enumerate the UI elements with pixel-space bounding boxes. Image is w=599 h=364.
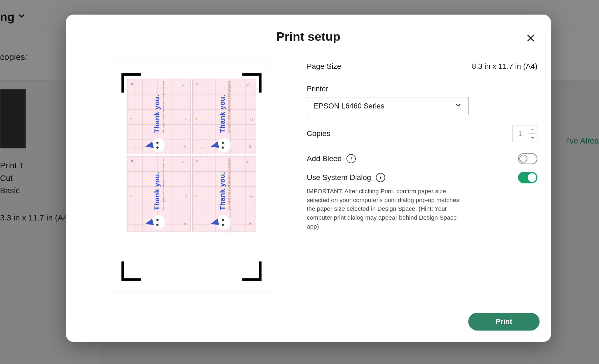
- print-button[interactable]: Print: [468, 313, 540, 331]
- close-icon: [526, 33, 536, 43]
- ghost-icon: [217, 138, 231, 152]
- caret-down-icon: [531, 137, 534, 139]
- card-headline: Thank you.: [153, 81, 161, 133]
- card-headline: Thank you.: [218, 81, 227, 133]
- bg-copies-label: copies:: [0, 52, 27, 62]
- preview-card: ✕◇○✕✦◇ Thank you. Your support of our sm…: [192, 79, 256, 154]
- use-system-dialog-toggle[interactable]: [518, 172, 537, 183]
- card-subline: Your support of our small business is tr…: [162, 158, 165, 210]
- preview-card: ✕◇○✕✦◇ Thank you. Your support of our sm…: [127, 79, 191, 154]
- ghost-icon: [217, 215, 231, 230]
- printer-selected-value: EPSON L6460 Series: [314, 102, 384, 110]
- preview-column: ✕◇○✕✦◇ Thank you. Your support of our sm…: [79, 55, 304, 313]
- print-preview-page: ✕◇○✕✦◇ Thank you. Your support of our sm…: [111, 63, 272, 291]
- card-subline: Your support of our small business is tr…: [228, 158, 230, 210]
- card-subline: Your support of our small business is tr…: [228, 81, 230, 133]
- copies-step-down[interactable]: [528, 134, 537, 142]
- preview-card: ✕◇○✕✦◇ Thank you. Your support of our sm…: [192, 156, 256, 232]
- copies-label: Copies: [307, 129, 330, 138]
- system-dialog-warning: IMPORTANT: After clicking Print, confirm…: [307, 187, 469, 231]
- chevron-down-icon: [455, 102, 462, 111]
- bg-topbar-title: ng: [0, 10, 15, 24]
- printer-select[interactable]: EPSON L6460 Series: [307, 97, 469, 115]
- crop-mark-bottom-left: [121, 261, 142, 281]
- copies-stepper[interactable]: 1: [512, 125, 537, 142]
- info-icon[interactable]: i: [346, 154, 356, 163]
- bg-mat-thumbnail: [0, 89, 26, 148]
- preview-cards-grid: ✕◇○✕✦◇ Thank you. Your support of our sm…: [127, 79, 256, 232]
- ghost-icon: [152, 215, 166, 230]
- crop-mark-bottom-right: [241, 261, 262, 281]
- add-bleed-toggle[interactable]: [518, 153, 537, 164]
- card-headline: Thank you.: [153, 158, 161, 210]
- copies-step-up[interactable]: [528, 125, 537, 134]
- ghost-icon: [152, 138, 166, 152]
- page-size-label: Page Size: [307, 62, 341, 71]
- card-headline: Thank you.: [218, 158, 227, 210]
- preview-card: ✕◇○✕✦◇ Thank you. Your support of our sm…: [127, 156, 191, 232]
- modal-title: Print setup: [82, 30, 535, 44]
- use-system-dialog-label: Use System Dialog: [307, 173, 371, 182]
- chevron-down-icon: [17, 11, 26, 23]
- printer-label: Printer: [307, 85, 537, 93]
- copies-value: 1: [513, 125, 528, 142]
- info-icon[interactable]: i: [376, 173, 385, 182]
- page-size-value: 8.3 in x 11.7 in (A4): [472, 62, 537, 71]
- bg-already-printed-link: I've Alrea: [566, 136, 599, 145]
- close-button[interactable]: [524, 31, 537, 45]
- caret-up-icon: [531, 128, 534, 131]
- settings-column: Page Size 8.3 in x 11.7 in (A4) Printer …: [304, 55, 537, 313]
- add-bleed-label: Add Bleed: [307, 154, 342, 163]
- print-setup-modal: Print setup ✕◇○✕✦◇ Tha: [66, 15, 551, 342]
- card-subline: Your support of our small business is tr…: [162, 81, 165, 133]
